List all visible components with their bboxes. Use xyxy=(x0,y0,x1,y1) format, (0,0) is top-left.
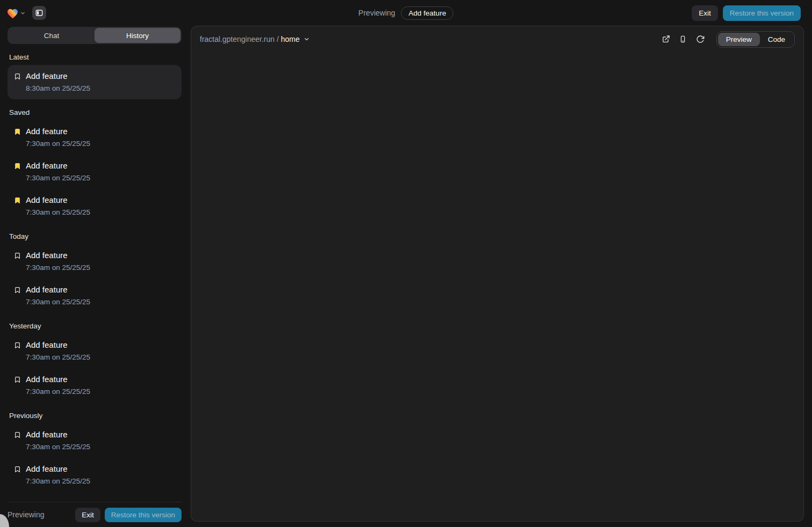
history-item[interactable]: Add feature 7:30am on 25/25/25 xyxy=(8,423,182,458)
sidebar-tabs: Chat History xyxy=(8,27,182,44)
exit-button[interactable]: Exit xyxy=(692,5,718,21)
item-title: Add feature xyxy=(26,250,90,261)
item-time: 7:30am on 25/25/25 xyxy=(26,208,90,217)
chevron-down-icon xyxy=(303,36,310,42)
item-time: 7:30am on 25/25/25 xyxy=(26,139,90,149)
section-label: Today xyxy=(8,232,182,240)
item-title: Add feature xyxy=(26,160,90,171)
bookmark-outline-icon xyxy=(14,341,21,349)
item-time: 7:30am on 25/25/25 xyxy=(26,442,90,452)
item-time: 7:30am on 25/25/25 xyxy=(26,353,90,362)
sidebar-footer: Previewing Exit Restore this version xyxy=(8,502,182,527)
code-tab[interactable]: Code xyxy=(760,33,793,46)
preview-header: fractal.gptengineer.run / home xyxy=(191,26,803,52)
restore-version-button[interactable]: Restore this version xyxy=(723,5,801,21)
tab-chat[interactable]: Chat xyxy=(9,28,95,43)
item-title: Add feature xyxy=(26,284,90,295)
item-title: Add feature xyxy=(26,71,90,82)
section-label: Latest xyxy=(8,53,182,61)
item-time: 7:30am on 25/25/25 xyxy=(26,173,90,183)
url-page: home xyxy=(281,35,300,43)
tab-history[interactable]: History xyxy=(95,28,180,43)
view-toggle: Preview Code xyxy=(716,31,795,48)
panel-left-icon xyxy=(35,9,44,17)
item-title: Add feature xyxy=(26,429,90,440)
preview-panel: fractal.gptengineer.run / home xyxy=(191,26,804,522)
open-in-new-icon xyxy=(662,35,670,43)
section-items: Add feature 7:30am on 25/25/25 Add featu… xyxy=(8,423,182,492)
top-bar: Previewing Add feature Exit Restore this… xyxy=(0,0,812,26)
footer-exit-button[interactable]: Exit xyxy=(75,508,100,522)
bookmark-outline-icon xyxy=(14,376,21,384)
history-section: Latest Add feature 8:30am on 25/25/25 xyxy=(8,53,182,99)
section-items: Add feature 7:30am on 25/25/25 Add featu… xyxy=(8,120,182,223)
section-label: Previously xyxy=(8,412,182,420)
footer-previewing-label: Previewing xyxy=(8,510,44,519)
footer-restore-version-button[interactable]: Restore this version xyxy=(105,508,182,522)
item-time: 8:30am on 25/25/25 xyxy=(26,84,90,93)
version-badge: Add feature xyxy=(401,6,454,20)
history-section: Yesterday Add feature 7:30am on 25/25/25 xyxy=(8,322,182,402)
item-title: Add feature xyxy=(26,340,90,350)
open-in-new-button[interactable] xyxy=(658,32,673,47)
url-domain: fractal.gptengineer.run xyxy=(200,35,274,43)
app-menu[interactable] xyxy=(6,8,26,19)
history-item[interactable]: Add feature 7:30am on 25/25/25 xyxy=(8,368,182,402)
item-time: 7:30am on 25/25/25 xyxy=(26,263,90,273)
refresh-icon xyxy=(696,35,705,43)
item-time: 7:30am on 25/25/25 xyxy=(26,297,90,307)
history-section: Today Add feature 7:30am on 25/25/25 xyxy=(8,232,182,313)
bookmark-filled-icon xyxy=(14,196,21,204)
section-items: Add feature 8:30am on 25/25/25 xyxy=(8,65,182,99)
item-time: 7:30am on 25/25/25 xyxy=(26,387,90,397)
bookmark-outline-icon xyxy=(14,465,21,473)
item-title: Add feature xyxy=(26,195,90,206)
history-item[interactable]: Add feature 7:30am on 25/25/25 xyxy=(8,244,182,279)
bookmark-outline-icon xyxy=(14,286,21,294)
bookmark-outline-icon xyxy=(14,431,21,439)
lovable-heart-icon xyxy=(6,8,19,19)
chevron-down-icon xyxy=(20,10,26,16)
history-item[interactable]: Add feature 7:30am on 25/25/25 xyxy=(8,458,182,492)
history-item[interactable]: Add feature 7:30am on 25/25/25 xyxy=(8,334,182,368)
bookmark-filled-icon xyxy=(14,162,21,170)
section-label: Yesterday xyxy=(8,322,182,330)
item-title: Add feature xyxy=(26,126,90,137)
refresh-button[interactable] xyxy=(693,32,708,47)
history-item[interactable]: Add feature 7:30am on 25/25/25 xyxy=(8,189,182,223)
previewing-label: Previewing xyxy=(358,9,395,17)
item-title: Add feature xyxy=(26,374,90,385)
history-sidebar: Chat History Latest Add feature 8:30am o… xyxy=(0,26,185,527)
bookmark-outline-icon xyxy=(14,252,21,260)
bookmark-filled-icon xyxy=(14,128,21,136)
item-time: 7:30am on 25/25/25 xyxy=(26,477,90,486)
history-section: Saved Add feature 7:30am on 25/25/25 xyxy=(8,108,182,223)
item-title: Add feature xyxy=(26,464,90,474)
url-separator: / xyxy=(277,35,279,43)
history-list[interactable]: Latest Add feature 8:30am on 25/25/25 Sa… xyxy=(8,44,182,502)
history-item[interactable]: Add feature 7:30am on 25/25/25 xyxy=(8,120,182,155)
main-layout: Chat History Latest Add feature 8:30am o… xyxy=(0,26,812,527)
preview-tab[interactable]: Preview xyxy=(718,33,760,46)
section-items: Add feature 7:30am on 25/25/25 Add featu… xyxy=(8,244,182,313)
section-items: Add feature 7:30am on 25/25/25 Add featu… xyxy=(8,334,182,402)
url-selector[interactable]: fractal.gptengineer.run / home xyxy=(200,35,310,43)
mobile-preview-icon xyxy=(679,35,687,43)
preview-viewport xyxy=(191,52,803,521)
bookmark-outline-icon xyxy=(14,72,21,80)
history-item[interactable]: Add feature 8:30am on 25/25/25 xyxy=(8,65,182,99)
history-section: Previously Add feature 7:30am on 25/25/2… xyxy=(8,412,182,492)
history-item[interactable]: Add feature 7:30am on 25/25/25 xyxy=(8,279,182,313)
toggle-sidebar-button[interactable] xyxy=(32,6,46,20)
history-item[interactable]: Add feature 7:30am on 25/25/25 xyxy=(8,155,182,189)
section-label: Saved xyxy=(8,108,182,116)
mobile-preview-button[interactable] xyxy=(676,32,691,47)
